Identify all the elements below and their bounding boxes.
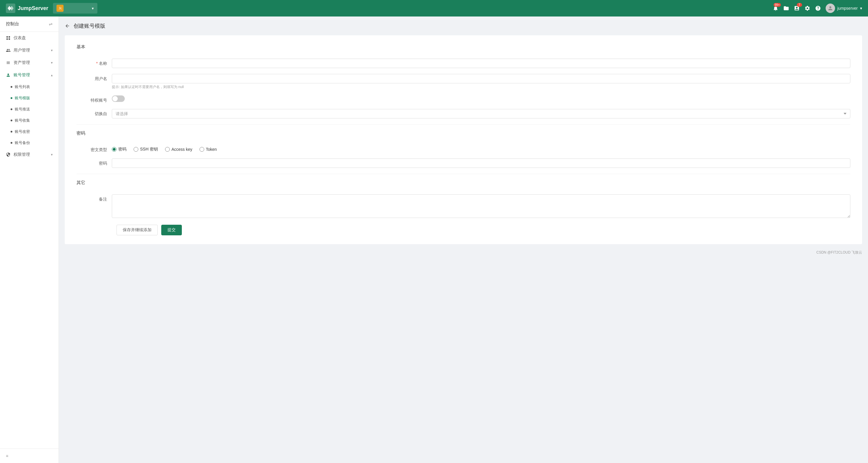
hint-username: 提示: 如果认证时不需要用户名，则填写为 null [112, 85, 850, 90]
user-avatar [826, 3, 835, 13]
section-basic-title: 基本 [76, 44, 850, 53]
settings-btn[interactable] [804, 5, 810, 11]
form-row-secret-type: 密文类型 密码 SSH 密钥 Access key [76, 145, 850, 152]
org-name-input [66, 6, 89, 10]
control-switch-from: 请选择 [112, 109, 850, 118]
main-content: 创建账号模版 基本 名称 用户名 提示: 如果认证时不需要用户名，则填写为 nu… [59, 17, 868, 463]
select-switch-from[interactable]: 请选择 [112, 109, 850, 118]
svg-rect-2 [8, 36, 10, 38]
user-management-arrow: ▾ [51, 48, 53, 52]
sidebar-subitem-account-collect[interactable]: 账号收集 [0, 115, 59, 126]
logo: JumpServer [6, 3, 48, 13]
form-buttons: 保存并继续添加 提交 [76, 225, 850, 235]
input-password[interactable] [112, 158, 850, 168]
control-privileged [112, 95, 850, 102]
sidebar-header: 控制台 ⇌ [0, 17, 59, 32]
label-comment: 备注 [76, 194, 112, 202]
toggle-slider [112, 95, 125, 102]
topnav: JumpServer 兴 ▾ 99+ 7 [0, 0, 868, 17]
form-row-comment: 备注 [76, 194, 850, 219]
notifications-btn[interactable]: 99+ [773, 5, 779, 11]
sidebar-item-account-label: 账号管理 [13, 73, 30, 78]
dot-icon [10, 86, 12, 88]
input-name[interactable] [112, 59, 850, 68]
save-continue-button[interactable]: 保存并继续添加 [117, 225, 158, 235]
sidebar-item-user-management[interactable]: 用户管理 ▾ [0, 44, 59, 57]
notifications-badge: 99+ [774, 3, 781, 7]
submenu-label-account-change-password: 账号改密 [15, 129, 30, 134]
sidebar-subitem-account-list[interactable]: 账号列表 [0, 81, 59, 92]
collapse-icon[interactable]: ⇌ [49, 22, 53, 27]
control-name [112, 59, 850, 68]
sidebar-title: 控制台 [6, 21, 19, 27]
label-privileged: 特权账号 [76, 95, 112, 103]
radio-access-key[interactable] [165, 147, 170, 152]
radio-label-token: Token [206, 147, 217, 152]
label-secret-type: 密文类型 [76, 145, 112, 152]
radio-ssh-key[interactable] [133, 147, 138, 152]
section-other-title: 其它 [76, 180, 850, 189]
submenu-label-account-collect: 账号收集 [15, 118, 30, 123]
sidebar-subitem-account-push[interactable]: 账号推送 [0, 104, 59, 115]
form-row-password: 密码 [76, 158, 850, 168]
account-management-arrow: ▴ [51, 73, 53, 77]
help-btn[interactable] [815, 5, 821, 11]
sidebar-item-asset-label: 资产管理 [13, 60, 30, 65]
sidebar-item-account-management[interactable]: 账号管理 ▴ [0, 69, 59, 81]
radio-option-password[interactable]: 密码 [112, 147, 126, 152]
control-username: 提示: 如果认证时不需要用户名，则填写为 null [112, 74, 850, 90]
org-avatar: 兴 [57, 5, 64, 12]
sidebar-subitem-account-backup[interactable]: 账号备份 [0, 137, 59, 148]
sidebar-item-dashboard-label: 仪表盘 [13, 35, 26, 41]
dot-active-icon [10, 97, 12, 99]
tasks-btn[interactable]: 7 [794, 5, 800, 11]
user-dropdown-icon: ▾ [860, 6, 862, 10]
form-row-name: 名称 [76, 59, 850, 68]
sidebar-subitem-account-change-password[interactable]: 账号改密 [0, 126, 59, 137]
sidebar-item-asset-management[interactable]: 资产管理 ▾ [0, 57, 59, 69]
radio-option-access-key[interactable]: Access key [165, 147, 192, 152]
footer-text: CSDN @FIT2CLOUD 飞致云 [816, 250, 862, 255]
textarea-comment[interactable] [112, 194, 850, 218]
label-switch-from: 切换自 [76, 109, 112, 117]
radio-password[interactable] [112, 147, 117, 152]
main-layout: 控制台 ⇌ 仪表盘 用户管理 ▾ 资产管理 ▾ [0, 17, 868, 463]
sidebar-item-dashboard[interactable]: 仪表盘 [0, 32, 59, 44]
sidebar-subitem-account-template[interactable]: 账号模版 [0, 92, 59, 104]
radio-label-access-key: Access key [172, 147, 192, 152]
sidebar-item-permission-label: 权限管理 [13, 152, 30, 157]
back-button[interactable] [65, 23, 70, 29]
radio-option-ssh-key[interactable]: SSH 密钥 [133, 147, 158, 152]
sidebar-footer: ≡ [0, 448, 59, 463]
divider-2 [76, 174, 850, 174]
svg-rect-3 [6, 38, 8, 40]
svg-rect-4 [8, 38, 10, 40]
page-header: 创建账号模版 [65, 22, 862, 29]
dot-collect-icon [10, 120, 12, 121]
org-dropdown-icon: ▾ [92, 6, 94, 10]
form-row-switch-from: 切换自 请选择 [76, 109, 850, 118]
submenu-label-account-backup: 账号备份 [15, 140, 30, 145]
control-secret-type: 密码 SSH 密钥 Access key Token [112, 145, 850, 152]
input-username[interactable] [112, 74, 850, 83]
org-selector[interactable]: 兴 ▾ [53, 3, 97, 13]
topnav-left: JumpServer 兴 ▾ [6, 3, 97, 13]
control-password [112, 158, 850, 168]
radio-token[interactable] [199, 147, 204, 152]
permission-management-arrow: ▾ [51, 152, 53, 157]
label-username: 用户名 [76, 74, 112, 82]
files-btn[interactable] [783, 5, 789, 11]
sidebar-item-permission-management[interactable]: 权限管理 ▾ [0, 148, 59, 161]
dot-push-icon [10, 108, 12, 110]
submit-button[interactable]: 提交 [161, 225, 182, 235]
page-footer: CSDN @FIT2CLOUD 飞致云 [65, 250, 862, 255]
radio-option-token[interactable]: Token [199, 147, 217, 152]
page-title: 创建账号模版 [73, 22, 105, 29]
radio-label-password: 密码 [118, 147, 126, 152]
toggle-privileged[interactable] [112, 95, 125, 102]
dot-backup-icon [10, 142, 12, 144]
sidebar-collapse-btn[interactable]: ≡ [6, 454, 8, 458]
label-name: 名称 [76, 59, 112, 66]
form-row-username: 用户名 提示: 如果认证时不需要用户名，则填写为 null [76, 74, 850, 90]
user-profile[interactable]: jumpserver ▾ [826, 3, 862, 13]
